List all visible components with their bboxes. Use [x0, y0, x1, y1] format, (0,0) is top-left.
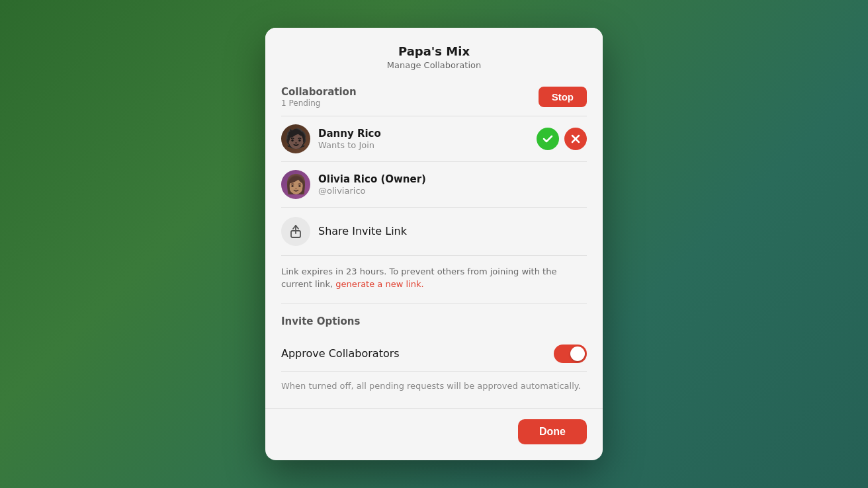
pending-label: 1 Pending: [281, 99, 357, 108]
link-info: Link expires in 23 hours. To prevent oth…: [281, 256, 587, 304]
x-icon: [571, 134, 580, 143]
danny-info: Danny Rico Wants to Join: [318, 128, 537, 150]
collaboration-dialog: Papa's Mix Manage Collaboration Collabor…: [265, 28, 603, 461]
danny-status: Wants to Join: [318, 140, 537, 150]
stop-button[interactable]: Stop: [539, 87, 587, 107]
danny-name: Danny Rico: [318, 128, 537, 140]
collaboration-label: Collaboration: [281, 86, 357, 98]
approve-collaborators-toggle[interactable]: [554, 345, 587, 363]
olivia-info: Olivia Rico (Owner) @oliviarico: [318, 173, 587, 196]
collaboration-info: Collaboration 1 Pending: [281, 86, 357, 108]
share-invite-row[interactable]: Share Invite Link: [281, 208, 587, 256]
avatar-danny: 🧑🏿: [281, 124, 310, 153]
checkmark-icon: [542, 134, 553, 144]
approve-collaborators-row: Approve Collaborators: [281, 337, 587, 372]
dialog-header: Papa's Mix Manage Collaboration: [265, 28, 603, 81]
dialog-title: Papa's Mix: [281, 44, 587, 59]
danny-face-emoji: 🧑🏿: [284, 128, 308, 149]
reject-danny-button[interactable]: [564, 128, 587, 150]
avatar-olivia: 👩🏽: [281, 170, 310, 199]
done-button[interactable]: Done: [518, 419, 587, 444]
approve-collaborators-label: Approve Collaborators: [281, 347, 400, 360]
accept-danny-button[interactable]: [537, 128, 559, 150]
toggle-knob: [570, 346, 585, 361]
danny-actions: [537, 128, 587, 150]
person-row-olivia: 👩🏽 Olivia Rico (Owner) @oliviarico: [281, 162, 587, 208]
generate-new-link[interactable]: generate a new link.: [335, 279, 423, 289]
toggle-hint: When turned off, all pending requests wi…: [281, 372, 587, 393]
dialog-footer: Done: [265, 408, 603, 460]
share-invite-label: Share Invite Link: [318, 225, 407, 237]
dialog-subtitle: Manage Collaboration: [281, 60, 587, 70]
share-icon-box: [281, 217, 310, 246]
olivia-name: Olivia Rico (Owner): [318, 173, 587, 185]
collaboration-header: Collaboration 1 Pending Stop: [281, 86, 587, 108]
olivia-face-emoji: 👩🏽: [284, 173, 308, 195]
person-row-danny: 🧑🏿 Danny Rico Wants to Join: [281, 116, 587, 162]
share-icon: [288, 224, 303, 239]
dialog-body: Collaboration 1 Pending Stop 🧑🏿 Danny Ri…: [265, 86, 603, 409]
invite-options-label: Invite Options: [281, 315, 587, 327]
invite-options-header: Invite Options: [281, 315, 587, 327]
olivia-status: @oliviarico: [318, 186, 587, 196]
